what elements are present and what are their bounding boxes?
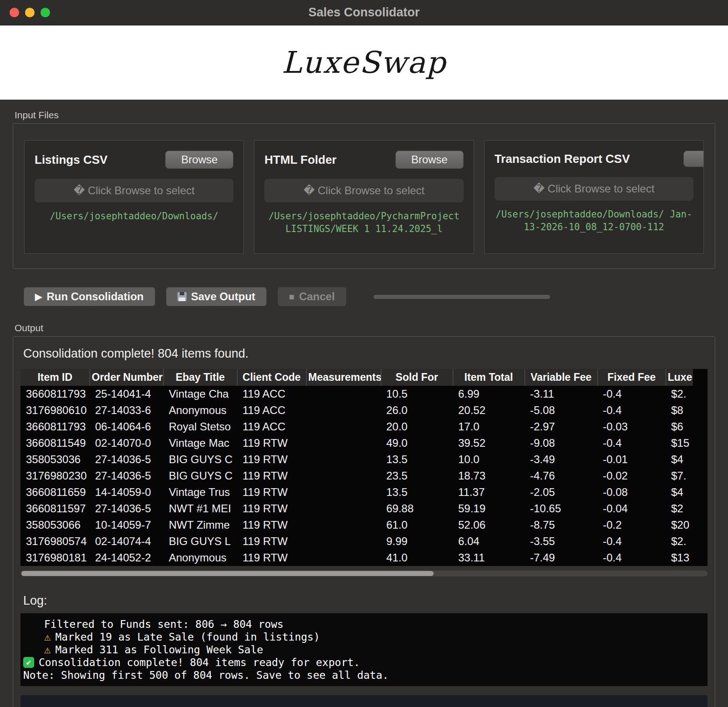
table-cell: -0.03 [597, 419, 666, 435]
log-line: ✔Consolidation complete! 804 items ready… [23, 656, 705, 669]
table-header-cell[interactable]: Order Number [90, 369, 163, 386]
table-cell: 02-14074-4 [90, 533, 163, 550]
main-content: Input Files Listings CSV Browse � Click … [0, 100, 728, 707]
table-cell: 3660811793 [20, 419, 90, 435]
table-cell: -0.4 [597, 402, 666, 419]
check-icon: ✔ [23, 657, 34, 668]
table-cell: $15 [666, 435, 693, 451]
table-cell: 06-14064-6 [90, 419, 163, 435]
input-panel: Transaction Report CSV � Click Browse to… [484, 140, 704, 254]
table-cell: 3660811793 [20, 386, 90, 402]
table-cell: 39.52 [453, 435, 525, 451]
table-cell [306, 517, 381, 533]
table-cell: 119 RTW [237, 500, 306, 517]
output-group: Consolidation complete! 804 items found.… [13, 336, 715, 707]
table-cell: 119 RTW [237, 451, 306, 468]
status-text: Consolidation complete! 804 items found. [23, 347, 708, 361]
browse-button[interactable]: Browse [395, 151, 464, 169]
table-row[interactable]: 366081154902-14070-0Vintage Mac119 RTW49… [20, 435, 693, 451]
table-row[interactable]: 35805306610-14059-7NWT Zimme119 RTW61.05… [20, 517, 693, 533]
table-cell [306, 468, 381, 484]
horizontal-scrollbar-thumb[interactable] [21, 571, 434, 576]
table-header-cell[interactable]: Item ID [20, 369, 90, 386]
table-header-cell[interactable]: Client Code [237, 369, 306, 386]
select-file-button[interactable]: � Click Browse to select [264, 179, 463, 202]
log-line: ⚠Marked 311 as Following Week Sale [23, 643, 705, 656]
select-file-button[interactable]: � Click Browse to select [35, 179, 233, 202]
table-body: 366081179325-14041-4Vintage Cha119 ACC10… [20, 386, 693, 566]
table-cell: -3.49 [525, 451, 597, 468]
table-cell: 02-14070-0 [90, 435, 163, 451]
table-cell: 11.37 [453, 484, 525, 500]
table-cell: 119 ACC [237, 386, 306, 402]
results-table-wrap: Item IDOrder NumberEbay TitleClient Code… [20, 369, 708, 566]
action-toolbar: ▶ Run Consolidation Save Output ■ Cancel [24, 287, 715, 306]
table-cell: -0.4 [597, 435, 666, 451]
table-cell: 17.0 [453, 419, 525, 435]
table-row[interactable]: 317698061027-14033-6Anonymous119 ACC26.0… [20, 402, 693, 419]
save-output-button[interactable]: Save Output [166, 287, 267, 306]
table-header-cell[interactable]: Luxe [666, 369, 693, 386]
browse-button[interactable] [683, 151, 704, 167]
cancel-button[interactable]: ■ Cancel [278, 287, 346, 306]
select-file-button[interactable]: � Click Browse to select [495, 177, 693, 201]
table-cell: 24-14052-2 [90, 550, 163, 566]
browse-button[interactable]: Browse [165, 151, 233, 169]
table-row[interactable]: 366081179306-14064-6Royal Stetso119 ACC2… [20, 419, 693, 435]
horizontal-scrollbar[interactable] [20, 571, 708, 576]
table-cell: 10.0 [453, 451, 525, 468]
table-cell: 3176980610 [20, 402, 90, 419]
table-header-cell[interactable]: Ebay Title [163, 369, 237, 386]
table-header-cell[interactable]: Item Total [453, 369, 525, 386]
input-panel: HTML Folder Browse � Click Browse to sel… [254, 140, 474, 254]
file-path: /Users/josephtaddeo/Downloads/ [35, 210, 233, 222]
stop-icon: ■ [289, 292, 294, 302]
table-cell: BIG GUYS L [163, 533, 237, 550]
table-cell: -2.05 [525, 484, 597, 500]
table-cell: Royal Stetso [163, 419, 237, 435]
table-cell [306, 533, 381, 550]
table-row[interactable]: 317698018124-14052-2Anonymous119 RTW41.0… [20, 550, 693, 566]
table-cell [306, 451, 381, 468]
table-row[interactable]: 317698057402-14074-4BIG GUYS L119 RTW9.9… [20, 533, 693, 550]
table-cell: -3.55 [525, 533, 597, 550]
log-line-text: Consolidation complete! 804 items ready … [39, 656, 360, 669]
run-consolidation-button[interactable]: ▶ Run Consolidation [24, 287, 155, 306]
footer-strip [20, 695, 708, 707]
table-row[interactable]: 35805303627-14036-5BIG GUYS C119 RTW13.5… [20, 451, 693, 468]
table-row[interactable]: 317698023027-14036-5BIG GUYS C119 RTW23.… [20, 468, 693, 484]
table-cell: 26.0 [381, 402, 453, 419]
results-table: Item IDOrder NumberEbay TitleClient Code… [20, 369, 693, 566]
table-row[interactable]: 366081159727-14036-5NWT #1 MEI119 RTW69.… [20, 500, 693, 517]
table-header-cell[interactable]: Measurements [306, 369, 381, 386]
table-row[interactable]: 366081179325-14041-4Vintage Cha119 ACC10… [20, 386, 693, 402]
table-cell: 3660811659 [20, 484, 90, 500]
table-cell [306, 550, 381, 566]
output-label: Output [15, 323, 715, 333]
table-cell: 61.0 [381, 517, 453, 533]
table-cell: Vintage Mac [163, 435, 237, 451]
table-cell: 13.5 [381, 451, 453, 468]
table-header-cell[interactable]: Variable Fee [525, 369, 597, 386]
title-bar: Sales Consolidator [0, 0, 728, 25]
table-cell: 27-14033-6 [90, 402, 163, 419]
table-cell: $4 [666, 451, 693, 468]
input-files-group: Listings CSV Browse � Click Browse to se… [13, 123, 715, 269]
table-cell: $2. [666, 386, 693, 402]
table-header-cell[interactable]: Sold For [381, 369, 453, 386]
panel-title: Listings CSV [35, 153, 107, 167]
table-cell: 6.99 [453, 386, 525, 402]
table-cell: $4 [666, 484, 693, 500]
table-cell: 13.5 [381, 484, 453, 500]
table-header-cell[interactable]: Fixed Fee [597, 369, 666, 386]
table-cell: -8.75 [525, 517, 597, 533]
table-cell: -0.01 [597, 451, 666, 468]
table-cell: $13 [666, 550, 693, 566]
table-cell [306, 402, 381, 419]
table-cell: -10.65 [525, 500, 597, 517]
table-row[interactable]: 366081165914-14059-0Vintage Trus119 RTW1… [20, 484, 693, 500]
table-cell: 23.5 [381, 468, 453, 484]
table-cell: 18.73 [453, 468, 525, 484]
table-cell: 3660811597 [20, 500, 90, 517]
log-label: Log: [23, 594, 708, 608]
